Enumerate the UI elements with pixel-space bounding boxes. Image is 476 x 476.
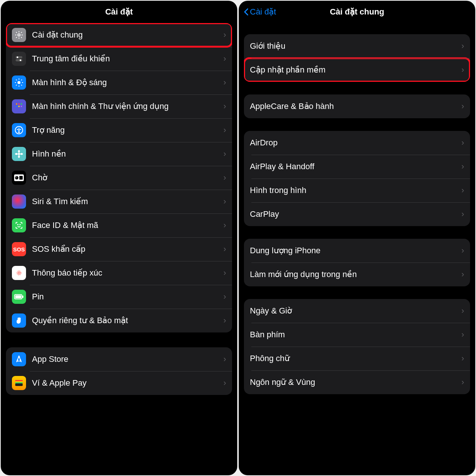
- row-label: Dung lượng iPhone: [250, 241, 459, 260]
- gear-icon: [12, 28, 26, 42]
- chevron-right-icon: ›: [223, 125, 226, 135]
- svg-line-10: [16, 80, 17, 80]
- svg-line-11: [21, 85, 22, 86]
- chevron-right-icon: ›: [223, 292, 226, 302]
- row-label: Màn hình & Độ sáng: [32, 73, 221, 92]
- exposure-icon: [12, 266, 26, 280]
- svg-rect-36: [22, 296, 23, 298]
- chevron-right-icon: ›: [461, 246, 464, 255]
- apps-grid-icon: [12, 99, 26, 113]
- row-label: App Store: [32, 350, 221, 369]
- row-home-screen[interactable]: Màn hình chính & Thư viện ứng dụng ›: [6, 94, 232, 118]
- chevron-right-icon: ›: [461, 354, 464, 363]
- row-general[interactable]: Cài đặt chung ›: [6, 23, 232, 47]
- row-label: Bàn phím: [250, 325, 459, 344]
- row-label: Face ID & Mật mã: [32, 216, 221, 235]
- chevron-right-icon: ›: [223, 149, 226, 159]
- row-fonts[interactable]: Phông chữ ›: [244, 347, 470, 370]
- row-label: Ngôn ngữ & Vùng: [250, 373, 459, 392]
- toggles-icon: [12, 52, 26, 66]
- settings-group-2: App Store › Ví & Apple Pay ›: [6, 347, 232, 395]
- battery-icon: [12, 290, 26, 304]
- chevron-right-icon: ›: [223, 221, 226, 230]
- row-keyboard[interactable]: Bàn phím ›: [244, 323, 470, 347]
- header: Cài đặt: [1, 1, 237, 23]
- general-group-2: AppleCare & Bảo hành ›: [244, 94, 470, 118]
- general-list: Giới thiệu › Cập nhật phần mềm › AppleCa…: [239, 23, 475, 475]
- row-label: CarPlay: [250, 205, 459, 224]
- row-appstore[interactable]: App Store ›: [6, 347, 232, 371]
- chevron-right-icon: ›: [223, 244, 226, 254]
- chevron-right-icon: ›: [461, 41, 464, 51]
- row-wallpaper[interactable]: Hình nền ›: [6, 142, 232, 166]
- chevron-right-icon: ›: [223, 54, 226, 64]
- row-label: Quyền riêng tư & Bảo mật: [32, 311, 221, 330]
- chevron-right-icon: ›: [461, 65, 464, 75]
- row-label: Trung tâm điều khiển: [32, 49, 221, 68]
- row-label: Phông chữ: [250, 349, 459, 368]
- svg-rect-15: [18, 103, 20, 105]
- row-carplay[interactable]: CarPlay ›: [244, 202, 470, 226]
- chevron-right-icon: ›: [223, 197, 226, 206]
- chevron-right-icon: ›: [461, 330, 464, 340]
- row-software-update[interactable]: Cập nhật phần mềm ›: [244, 58, 470, 82]
- general-group-5: Ngày & Giờ › Bàn phím › Phông chữ › Ngôn…: [244, 299, 470, 394]
- svg-point-24: [18, 155, 20, 158]
- page-title: Cài đặt: [105, 7, 133, 17]
- back-label: Cài đặt: [250, 7, 276, 17]
- svg-rect-40: [15, 383, 23, 386]
- chevron-right-icon: ›: [223, 30, 226, 40]
- general-group-3: AirDrop › AirPlay & Handoff › Hình trong…: [244, 131, 470, 226]
- back-button[interactable]: Cài đặt: [243, 7, 276, 17]
- svg-line-12: [16, 85, 17, 86]
- svg-point-26: [20, 153, 23, 155]
- row-applecare[interactable]: AppleCare & Bảo hành ›: [244, 94, 470, 118]
- chevron-right-icon: ›: [461, 377, 464, 387]
- row-storage[interactable]: Dung lượng iPhone ›: [244, 239, 470, 263]
- row-standby[interactable]: Chờ ›: [6, 166, 232, 190]
- svg-rect-18: [18, 106, 20, 107]
- brightness-icon: [12, 75, 26, 90]
- row-language[interactable]: Ngôn ngữ & Vùng ›: [244, 370, 470, 394]
- row-airplay[interactable]: AirPlay & Handoff ›: [244, 155, 470, 178]
- row-faceid[interactable]: Face ID & Mật mã ›: [6, 213, 232, 237]
- svg-point-5: [17, 81, 20, 84]
- row-label: Giới thiệu: [250, 36, 459, 56]
- svg-point-23: [18, 150, 20, 153]
- row-label: SOS khẩn cấp: [32, 239, 221, 259]
- row-bg-refresh[interactable]: Làm mới ứng dụng trong nền ›: [244, 263, 470, 286]
- row-display[interactable]: Màn hình & Độ sáng ›: [6, 71, 232, 94]
- row-control-center[interactable]: Trung tâm điều khiển ›: [6, 47, 232, 71]
- row-wallet[interactable]: Ví & Apple Pay ›: [6, 371, 232, 395]
- sos-icon: SOS: [12, 242, 26, 256]
- svg-point-2: [17, 57, 18, 58]
- svg-point-21: [19, 128, 20, 129]
- chevron-right-icon: ›: [461, 102, 464, 111]
- row-airdrop[interactable]: AirDrop ›: [244, 131, 470, 155]
- row-about[interactable]: Giới thiệu ›: [244, 34, 470, 58]
- chevron-right-icon: ›: [223, 78, 226, 87]
- svg-point-30: [17, 224, 18, 225]
- wallet-icon: [12, 376, 26, 390]
- chevron-right-icon: ›: [461, 138, 464, 148]
- row-sos[interactable]: SOS SOS khẩn cấp ›: [6, 237, 232, 261]
- row-label: Cài đặt chung: [32, 25, 221, 45]
- row-siri[interactable]: Siri & Tìm kiếm ›: [6, 190, 232, 213]
- row-pip[interactable]: Hình trong hình ›: [244, 178, 470, 202]
- svg-rect-3: [16, 59, 22, 61]
- row-accessibility[interactable]: Trợ năng ›: [6, 118, 232, 142]
- settings-list: Cài đặt chung › Trung tâm điều khiển › M…: [1, 23, 237, 475]
- svg-point-4: [20, 60, 21, 61]
- row-privacy[interactable]: Quyền riêng tư & Bảo mật ›: [6, 309, 232, 332]
- chevron-right-icon: ›: [461, 270, 464, 279]
- svg-rect-29: [19, 176, 23, 180]
- svg-rect-1: [16, 56, 22, 58]
- svg-point-22: [18, 153, 20, 155]
- general-group-1: Giới thiệu › Cập nhật phần mềm ›: [244, 34, 470, 82]
- row-battery[interactable]: Pin ›: [6, 285, 232, 309]
- chevron-right-icon: ›: [223, 316, 226, 325]
- row-label: Trợ năng: [32, 120, 221, 140]
- row-exposure[interactable]: Thông báo tiếp xúc ›: [6, 261, 232, 285]
- row-datetime[interactable]: Ngày & Giờ ›: [244, 299, 470, 323]
- row-label: AirPlay & Handoff: [250, 157, 459, 176]
